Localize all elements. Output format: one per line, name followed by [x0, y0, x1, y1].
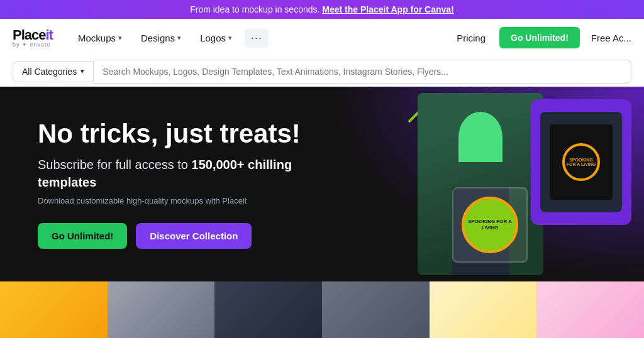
hero-content: No tricks, just treats! Subscribe for fu… — [0, 101, 352, 268]
shirt-logo: SPOOKING FOR A LIVING — [562, 143, 600, 181]
chevron-down-icon: ▾ — [177, 34, 181, 42]
shirt-visual: SPOOKING FOR A LIVING — [540, 112, 622, 212]
search-input[interactable] — [103, 67, 622, 77]
thumbnail-item[interactable] — [0, 281, 108, 338]
shirt-shape: SPOOKING FOR A LIVING — [550, 124, 613, 200]
search-bar: All Categories ▾ — [0, 57, 644, 87]
free-account-link[interactable]: Free Ac... — [586, 33, 631, 43]
shirt-mockup-card: SPOOKING FOR A LIVING — [531, 99, 631, 225]
thumbnail-item[interactable] — [430, 281, 537, 338]
hero-section: No tricks, just treats! Subscribe for fu… — [0, 87, 644, 281]
hero-headline: No tricks, just treats! — [38, 119, 314, 148]
hero-description: Download customizable high-quality mocku… — [38, 196, 314, 205]
banner-text: From idea to mockup in seconds. — [190, 4, 319, 14]
search-input-wrapper — [94, 60, 631, 84]
person-hair — [458, 112, 502, 162]
top-banner: From idea to mockup in seconds. Meet the… — [0, 0, 644, 19]
nav-logos[interactable]: Logos ▾ — [194, 29, 238, 47]
sticker-card: SPOOKING FOR A LIVING — [452, 187, 528, 263]
logo-text: Placeit — [13, 28, 53, 42]
hero-discover-button[interactable]: Discover Collection — [136, 223, 252, 249]
chevron-down-icon: ▾ — [228, 34, 232, 42]
chevron-down-icon: ▾ — [118, 34, 122, 42]
banner-link[interactable]: Meet the Placeit App for Canva! — [322, 4, 454, 14]
category-label: All Categories — [22, 67, 77, 77]
nav-designs[interactable]: Designs ▾ — [135, 29, 187, 47]
more-button[interactable]: ··· — [245, 28, 269, 48]
category-dropdown[interactable]: All Categories ▾ — [13, 61, 94, 82]
chevron-down-icon: ▾ — [80, 67, 84, 75]
thumbnail-strip — [0, 281, 644, 338]
hero-buttons: Go Unlimited! Discover Collection — [38, 223, 314, 249]
nav-mockups[interactable]: Mockups ▾ — [72, 29, 128, 47]
hero-go-unlimited-button[interactable]: Go Unlimited! — [38, 223, 127, 249]
thumbnail-item[interactable] — [108, 281, 215, 338]
thumbnail-item[interactable] — [322, 281, 430, 338]
navbar: Placeit by ✦ envato Mockups ▾ Designs ▾ … — [0, 19, 644, 57]
pricing-link[interactable]: Pricing — [449, 29, 493, 47]
logo[interactable]: Placeit by ✦ envato — [13, 28, 53, 48]
hero-subline: Subscribe for full access to 150,000+ ch… — [38, 156, 314, 191]
hero-images: SPOOKING FOR A LIVING SPOOKING FOR A LIV… — [342, 87, 644, 281]
logo-sub: by ✦ envato — [13, 42, 53, 48]
sticker-visual: SPOOKING FOR A LIVING — [462, 197, 518, 253]
go-unlimited-button[interactable]: Go Unlimited! — [499, 27, 580, 48]
thumbnail-item[interactable] — [214, 281, 322, 338]
thumbnail-item[interactable] — [536, 281, 644, 338]
